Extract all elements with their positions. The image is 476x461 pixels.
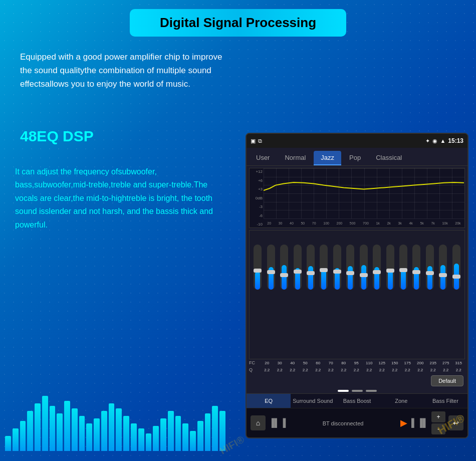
- slider-thumb-0[interactable]: [254, 269, 262, 273]
- slider-col-15[interactable]: [450, 245, 462, 290]
- dsp-screen: UserNormalJazzPopClassical +12 +6 +3 0dB…: [247, 148, 467, 437]
- slider-thumb-5[interactable]: [320, 268, 328, 272]
- slider-thumb-1[interactable]: [267, 270, 275, 274]
- graph-y-labels: +12 +6 +3 0dB -3 -6 -10: [250, 168, 264, 227]
- fc-val-3: 50: [299, 361, 312, 365]
- slider-col-6[interactable]: [331, 245, 343, 290]
- fc-val-7: 95: [350, 361, 363, 365]
- slider-thumb-2[interactable]: [280, 273, 288, 277]
- slider-col-1[interactable]: [265, 245, 277, 290]
- eq-bar-1: [13, 428, 19, 451]
- slider-col-3[interactable]: [291, 245, 303, 290]
- q-val-2: 2.2: [286, 368, 299, 372]
- eq-bar-27: [205, 413, 211, 451]
- slider-col-10[interactable]: [384, 245, 396, 290]
- bottom-tab-bass-boost[interactable]: Bass Boost: [335, 394, 379, 408]
- q-row: Q 2.22.22.22.22.22.22.22.22.22.22.22.22.…: [249, 367, 465, 372]
- slider-fill-13: [427, 266, 432, 290]
- q-val-10: 2.2: [388, 368, 401, 372]
- fc-val-8: 110: [363, 361, 376, 365]
- eq-graph: +12 +6 +3 0dB -3 -6 -10 20 30 40 50 70 1…: [249, 168, 465, 228]
- fc-val-1: 30: [274, 361, 287, 365]
- slider-col-12[interactable]: [410, 245, 422, 290]
- volume-up-button[interactable]: +: [431, 411, 445, 422]
- sliders-row: [252, 235, 462, 290]
- home-button[interactable]: ⌂: [251, 415, 266, 430]
- default-button[interactable]: Default: [431, 375, 463, 386]
- slider-thumb-6[interactable]: [333, 270, 341, 274]
- eq-bar-25: [190, 431, 196, 451]
- q-val-14: 2.2: [439, 368, 452, 372]
- default-btn-row: Default: [251, 375, 463, 386]
- slider-col-11[interactable]: [397, 245, 409, 290]
- slider-col-5[interactable]: [318, 245, 330, 290]
- bottom-tab-surround-sound[interactable]: Surround Sound: [291, 394, 335, 408]
- q-val-1: 2.2: [274, 368, 287, 372]
- slider-col-8[interactable]: [358, 245, 370, 290]
- slider-thumb-10[interactable]: [386, 269, 394, 273]
- slider-track-8: [360, 245, 368, 290]
- tab-user[interactable]: User: [249, 151, 277, 165]
- back-button[interactable]: ↩: [448, 415, 463, 430]
- play-icon[interactable]: ▶: [400, 417, 407, 428]
- fc-val-11: 175: [401, 361, 414, 365]
- status-icons-right: ✦ ◉ ▲ 15:13: [425, 137, 463, 144]
- volume-down-button[interactable]: -: [431, 423, 445, 434]
- fc-val-5: 70: [325, 361, 338, 365]
- status-time: 15:13: [448, 137, 463, 144]
- dot-3: [366, 390, 377, 392]
- eq-bar-26: [197, 421, 203, 451]
- fc-val-4: 60: [312, 361, 325, 365]
- description-text: Equipped with a good power amplifier chi…: [20, 50, 230, 91]
- dot-2: [352, 390, 363, 392]
- slider-thumb-11[interactable]: [399, 268, 407, 272]
- slider-thumb-12[interactable]: [412, 270, 420, 274]
- eq-bar-29: [219, 411, 225, 451]
- slider-thumb-7[interactable]: [346, 271, 354, 275]
- slider-thumb-14[interactable]: [439, 273, 447, 277]
- q-val-4: 2.2: [312, 368, 325, 372]
- eq-bar-18: [138, 428, 144, 451]
- tab-row: UserNormalJazzPopClassical: [247, 148, 467, 166]
- slider-col-0[interactable]: [252, 245, 264, 290]
- tab-pop[interactable]: Pop: [342, 151, 368, 165]
- slider-thumb-9[interactable]: [373, 270, 381, 274]
- bottom-tab-eq[interactable]: EQ: [247, 394, 291, 408]
- slider-thumb-4[interactable]: [307, 271, 315, 275]
- bottom-tab-bass-filter[interactable]: Bass Filter: [423, 394, 467, 408]
- page-title: Digital Signal Processing: [160, 15, 316, 31]
- slider-track-11: [399, 245, 407, 290]
- slider-track-2: [280, 245, 288, 290]
- slider-track-5: [320, 245, 328, 290]
- slider-col-4[interactable]: [305, 245, 317, 290]
- screen-icon: ▣: [251, 138, 256, 144]
- slider-col-7[interactable]: [344, 245, 356, 290]
- tab-normal[interactable]: Normal: [278, 151, 313, 165]
- slider-col-2[interactable]: [278, 245, 290, 290]
- slider-thumb-13[interactable]: [426, 271, 434, 275]
- waveform-left-icon: ▐▌▐: [269, 418, 286, 427]
- eq-bar-17: [131, 423, 137, 451]
- q-val-15: 2.2: [452, 368, 465, 372]
- tab-jazz[interactable]: Jazz: [314, 151, 341, 165]
- slider-thumb-15[interactable]: [452, 275, 460, 279]
- eq-bar-13: [101, 411, 107, 451]
- waveform-right-icon: ▌▐▌: [411, 418, 428, 427]
- slider-thumb-8[interactable]: [360, 273, 368, 277]
- eq-bar-7: [57, 413, 63, 451]
- slider-thumb-3[interactable]: [294, 270, 302, 274]
- fc-val-9: 125: [376, 361, 389, 365]
- tab-classical[interactable]: Classical: [369, 151, 409, 165]
- fc-val-10: 150: [388, 361, 401, 365]
- bt-text: BT disconnected: [323, 420, 364, 426]
- q-val-11: 2.2: [401, 368, 414, 372]
- slider-col-13[interactable]: [424, 245, 436, 290]
- eq-bar-4: [35, 403, 41, 451]
- bottom-tab-zone[interactable]: Zone: [379, 394, 423, 408]
- eq-bar-3: [27, 411, 33, 451]
- slider-col-14[interactable]: [437, 245, 449, 290]
- slider-track-14: [439, 245, 447, 290]
- slider-fill-14: [440, 265, 445, 290]
- q-val-8: 2.2: [363, 368, 376, 372]
- slider-col-9[interactable]: [371, 245, 383, 290]
